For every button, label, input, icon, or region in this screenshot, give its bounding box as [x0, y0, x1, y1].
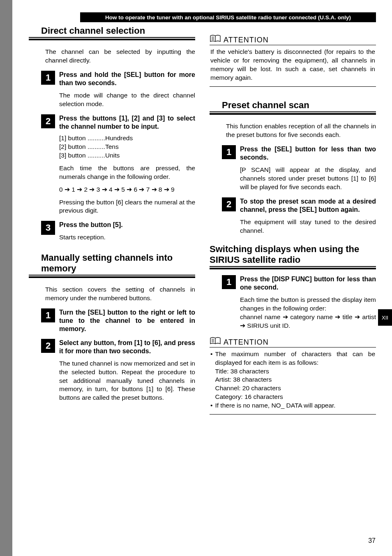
side-tab-label: XII [382, 315, 388, 321]
step-title: Press the [DISP FUNC] button for less th… [240, 275, 376, 292]
step-title: Press and hold the [SEL] button for more… [59, 71, 195, 87]
page-number: 37 [368, 537, 376, 544]
right-column: ATTENTION If the vehicle's battery is di… [210, 25, 376, 415]
step-title: Turn the [SEL] button to the right or le… [59, 308, 195, 333]
step-body: Press the [DISP FUNC] button for less th… [240, 275, 376, 330]
button-map-1: [1] button ..........Hundreds [59, 134, 195, 143]
section-title: Switching displays when using the SIRIUS… [210, 244, 376, 265]
bullet-text: If there is no name, NO_ DATA will appea… [215, 401, 375, 410]
bullet-item: • If there is no name, NO_ DATA will app… [210, 401, 375, 410]
step-body: Press and hold the [SEL] button for more… [59, 71, 195, 109]
number-sequence: 0 ➔ 1 ➔ 2 ➔ 3 ➔ 4 ➔ 5 ➔ 6 ➔ 7 ➔ 8 ➔ 9 [59, 185, 195, 194]
step-2: 2 Press the buttons [1], [2] and [3] to … [29, 114, 195, 215]
section-intro: This section covers the setting of chann… [29, 285, 195, 303]
bullet-line: Title: 38 characters [215, 368, 269, 375]
attention-body: If the vehicle's battery is disconnected… [210, 45, 376, 87]
section-intro: The channel can be selected by inputting… [29, 48, 195, 65]
step-3: 3 Press the button [5]. Starts reception… [29, 221, 195, 242]
page-sheet: How to operate the tuner with an optiona… [12, 0, 392, 556]
section-preset-scan: Preset channel scan This function enable… [210, 100, 376, 235]
bullet-line: Channel: 20 characters [215, 385, 281, 392]
columns: Direct channel selection The channel can… [29, 25, 376, 415]
step-desc: [P SCAN] will appear at the display, and… [240, 166, 376, 192]
step-desc: Starts reception. [59, 233, 195, 242]
step-body: Select any button, from [1] to [6], and … [59, 339, 195, 403]
bullet-line: The maximum number of characters that ca… [215, 350, 375, 366]
step-body: Turn the [SEL] button to the right or le… [59, 308, 195, 333]
attention-header: ATTENTION [210, 337, 376, 348]
step-number: 2 [41, 339, 55, 353]
step-2: 2 Select any button, from [1] to [6], an… [29, 339, 195, 403]
step-title: Press the [SEL] button for less than two… [240, 145, 376, 162]
bullet-text: The maximum number of characters that ca… [215, 350, 375, 402]
display-cycle: channel name ➔ category name ➔ title ➔ a… [240, 313, 376, 330]
step-title: Press the buttons [1], [2] and [3] to se… [59, 114, 195, 131]
step-para: Each time the buttons are pressed, the n… [59, 164, 195, 181]
bullet-dot: • [210, 401, 212, 410]
section-rule [210, 266, 376, 269]
step-1: 1 Press the [SEL] button for less than t… [210, 145, 376, 192]
section-intro: This function enables reception of all t… [210, 122, 376, 139]
step-desc: The mode will change to the direct chann… [59, 91, 195, 109]
book-icon [210, 35, 221, 44]
step-title: Press the button [5]. [59, 221, 195, 229]
step-number: 3 [41, 221, 55, 235]
step-1: 1 Turn the [SEL] button to the right or … [29, 308, 195, 333]
step-number: 2 [222, 197, 236, 211]
step-title: Select any button, from [1] to [6], and … [59, 339, 195, 355]
step-para: Pressing the button [6] clears the numer… [59, 198, 195, 215]
bullet-item: • The maximum number of characters that … [210, 350, 375, 402]
attention-label: ATTENTION [224, 338, 269, 347]
step-body: Press the buttons [1], [2] and [3] to se… [59, 114, 195, 215]
left-column: Direct channel selection The channel can… [29, 25, 195, 415]
attention-label: ATTENTION [224, 36, 269, 44]
attention-body: • The maximum number of characters that … [210, 348, 376, 415]
section-rule [29, 37, 195, 40]
section-switching-displays: Switching displays when using the SIRIUS… [210, 244, 376, 330]
section-rule [29, 275, 195, 278]
step-1: 1 Press the [DISP FUNC] button for less … [210, 275, 376, 330]
section-title: Manually setting channels into memory [29, 253, 195, 273]
section-title: Direct channel selection [29, 25, 195, 36]
section-title: Preset channel scan [210, 100, 376, 110]
step-number: 1 [222, 275, 236, 289]
step-number: 1 [41, 308, 55, 322]
button-map-2: [2] button ..........Tens [59, 143, 195, 151]
bullet-dot: • [210, 350, 212, 359]
attention-header: ATTENTION [210, 35, 376, 45]
step-body: Press the button [5]. Starts reception. [59, 221, 195, 242]
section-manual-memory: Manually setting channels into memory Th… [29, 253, 195, 402]
book-icon [210, 337, 221, 347]
step-desc: Each time the button is pressed the disp… [240, 296, 376, 313]
section-rule [210, 111, 376, 115]
step-desc: The equipment will stay tuned to the des… [240, 218, 376, 235]
side-tab: XII [378, 309, 392, 326]
button-map-3: [3] button ..........Units [59, 151, 195, 160]
step-number: 1 [222, 145, 236, 159]
step-1: 1 Press and hold the [SEL] button for mo… [29, 71, 195, 109]
bullet-line: Artist: 38 characters [215, 376, 272, 383]
step-body: To stop the preset scan mode at a desire… [240, 197, 376, 235]
step-2: 2 To stop the preset scan mode at a desi… [210, 197, 376, 235]
section-direct-channel: Direct channel selection The channel can… [29, 25, 195, 242]
step-body: Press the [SEL] button for less than two… [240, 145, 376, 192]
step-desc: The tuned channel is now memorized and s… [59, 359, 195, 403]
step-number: 2 [41, 114, 55, 128]
step-title: To stop the preset scan mode at a desire… [240, 197, 376, 214]
page-header-bar: How to operate the tuner with an optiona… [80, 12, 376, 22]
step-number: 1 [41, 71, 55, 85]
bullet-line: Category: 16 characters [215, 393, 283, 400]
page-header-text: How to operate the tuner with an optiona… [105, 14, 351, 21]
